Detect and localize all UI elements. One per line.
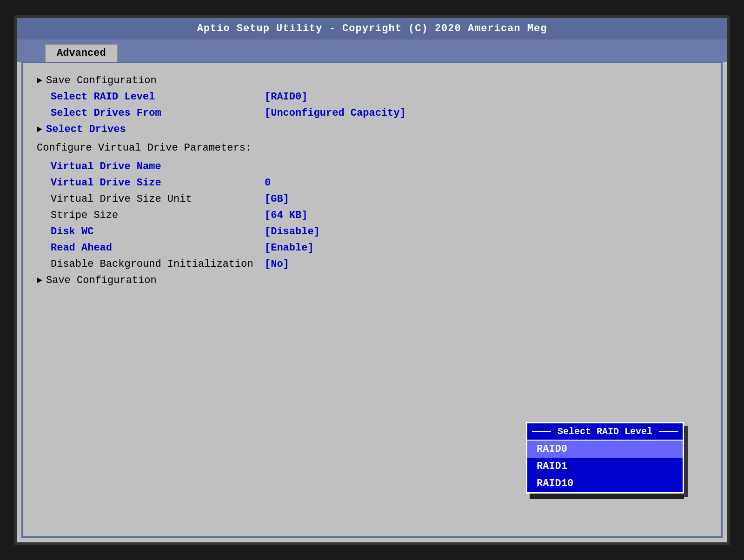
read-ahead-value: [Enable] bbox=[265, 242, 314, 254]
vd-size-unit-row[interactable]: Virtual Drive Size Unit [GB] bbox=[51, 191, 707, 207]
vd-size-row[interactable]: Virtual Drive Size 0 bbox=[51, 175, 707, 191]
disk-wc-value: [Disable] bbox=[265, 226, 320, 237]
select-drives-from-value: [Unconfigured Capacity] bbox=[265, 107, 406, 119]
main-content: ► Save Configuration Select RAID Level [… bbox=[21, 62, 723, 538]
vd-size-label: Virtual Drive Size bbox=[51, 177, 265, 189]
popup-box: Select RAID Level RAID0 RAID1 RAID10 bbox=[526, 422, 684, 494]
bios-screen: Aptio Setup Utility - Copyright (C) 2020… bbox=[14, 15, 730, 545]
disable-bg-init-row[interactable]: Disable Background Initialization [No] bbox=[51, 256, 707, 272]
read-ahead-row[interactable]: Read Ahead [Enable] bbox=[51, 240, 707, 256]
popup-shadow bbox=[530, 494, 684, 499]
popup-option-raid0[interactable]: RAID0 bbox=[527, 441, 683, 458]
save-config-bottom-label: Save Configuration bbox=[46, 275, 260, 286]
vd-name-row[interactable]: Virtual Drive Name bbox=[51, 158, 707, 175]
tab-row: Advanced bbox=[17, 40, 727, 62]
stripe-size-value: [64 KB] bbox=[265, 210, 307, 221]
popup-overlay: Select RAID Level RAID0 RAID1 RAID10 bbox=[526, 422, 684, 499]
select-drives-from-row[interactable]: Select Drives From [Unconfigured Capacit… bbox=[51, 105, 707, 121]
title-text: Aptio Setup Utility - Copyright (C) 2020… bbox=[197, 23, 547, 34]
save-config-top-row[interactable]: ► Save Configuration bbox=[37, 72, 707, 89]
select-drives-label: Select Drives bbox=[46, 124, 260, 135]
popup-option-raid10[interactable]: RAID10 bbox=[527, 475, 683, 492]
select-drives-row[interactable]: ► Select Drives bbox=[37, 121, 707, 138]
title-bar: Aptio Setup Utility - Copyright (C) 2020… bbox=[17, 18, 727, 40]
arrow-icon-save-top: ► bbox=[37, 75, 42, 86]
select-raid-level-label: Select RAID Level bbox=[51, 91, 265, 103]
popup-title-line-left bbox=[532, 431, 551, 432]
configure-vd-header: Configure Virtual Drive Parameters: bbox=[37, 138, 707, 158]
popup-title-row: Select RAID Level bbox=[527, 423, 683, 441]
select-raid-level-value: [RAID0] bbox=[265, 91, 307, 103]
tab-advanced[interactable]: Advanced bbox=[45, 44, 118, 62]
configure-vd-label: Configure Virtual Drive Parameters: bbox=[37, 140, 252, 156]
stripe-size-label: Stripe Size bbox=[51, 210, 265, 221]
vd-name-label: Virtual Drive Name bbox=[51, 161, 265, 172]
arrow-icon-select-drives: ► bbox=[37, 124, 42, 135]
disk-wc-label: Disk WC bbox=[51, 226, 265, 237]
stripe-size-row[interactable]: Stripe Size [64 KB] bbox=[51, 207, 707, 224]
select-raid-level-row[interactable]: Select RAID Level [RAID0] bbox=[51, 89, 707, 105]
popup-title-line-right bbox=[659, 431, 678, 432]
vd-size-unit-value: [GB] bbox=[265, 193, 289, 205]
save-config-top-label: Save Configuration bbox=[46, 75, 260, 86]
popup-title-text: Select RAID Level bbox=[554, 426, 656, 437]
vd-size-value: 0 bbox=[265, 177, 271, 189]
disable-bg-init-label: Disable Background Initialization bbox=[51, 258, 265, 270]
select-drives-from-label: Select Drives From bbox=[51, 107, 265, 119]
vd-size-unit-label: Virtual Drive Size Unit bbox=[51, 193, 265, 205]
read-ahead-label: Read Ahead bbox=[51, 242, 265, 254]
arrow-icon-save-bottom: ► bbox=[37, 275, 42, 286]
save-config-bottom-row[interactable]: ► Save Configuration bbox=[37, 272, 707, 289]
disk-wc-row[interactable]: Disk WC [Disable] bbox=[51, 224, 707, 240]
popup-option-raid1[interactable]: RAID1 bbox=[527, 458, 683, 475]
disable-bg-init-value: [No] bbox=[265, 258, 289, 270]
